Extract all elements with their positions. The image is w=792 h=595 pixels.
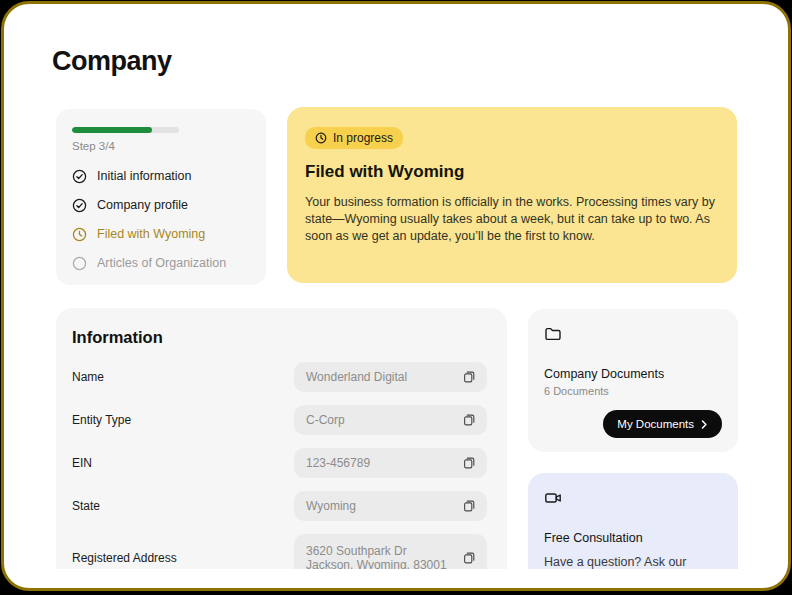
progress-bar	[72, 127, 179, 133]
info-row: Registered Address 3620 Southpark Dr Jac…	[72, 534, 487, 569]
info-field-label: EIN	[72, 456, 92, 470]
info-field-value: 123-456789	[306, 456, 370, 470]
my-documents-button[interactable]: My Documents	[603, 410, 722, 438]
step-item[interactable]: Filed with Wyoming	[72, 226, 250, 242]
progress-fill	[72, 127, 152, 133]
step-item-label: Filed with Wyoming	[97, 227, 205, 241]
copy-button[interactable]	[462, 455, 478, 471]
info-field-value-box[interactable]: Wyoming	[294, 491, 487, 521]
step-list: Initial information Company profile	[72, 168, 250, 271]
copy-button[interactable]	[462, 369, 478, 385]
info-field-value-box[interactable]: 123-456789	[294, 448, 487, 478]
page-viewport: Company Step 3/4 Initial information	[4, 4, 788, 569]
information-card: Information Name Wonderland Digital	[56, 308, 507, 569]
consultation-title: Free Consultation	[544, 531, 722, 545]
information-title: Information	[72, 328, 487, 347]
status-body: Your business formation is officially in…	[305, 194, 725, 245]
status-card: In progress Filed with Wyoming Your busi…	[287, 107, 737, 283]
copy-icon	[462, 370, 476, 384]
documents-count: 6 Documents	[544, 385, 722, 397]
step-item-label: Initial information	[97, 169, 192, 183]
check-circle-icon	[72, 169, 87, 184]
check-circle-icon	[72, 198, 87, 213]
info-field-value: 3620 Southpark Dr Jackson, Wyoming, 8300…	[306, 544, 447, 569]
step-counter: Step 3/4	[72, 140, 250, 152]
folder-icon	[544, 325, 562, 343]
copy-button[interactable]	[462, 412, 478, 428]
copy-icon	[462, 499, 476, 513]
chevron-right-icon	[701, 420, 708, 429]
documents-title: Company Documents	[544, 367, 722, 381]
step-item[interactable]: Articles of Organization	[72, 255, 250, 271]
status-badge-label: In progress	[333, 131, 393, 145]
my-documents-button-label: My Documents	[617, 418, 694, 430]
info-field-value: C-Corp	[306, 413, 345, 427]
copy-icon	[462, 551, 476, 565]
video-camera-icon	[544, 489, 562, 507]
status-badge: In progress	[305, 127, 403, 149]
info-row: Entity Type C-Corp	[72, 405, 487, 435]
info-field-label: State	[72, 499, 100, 513]
info-row: Name Wonderland Digital	[72, 362, 487, 392]
info-field-label: Entity Type	[72, 413, 131, 427]
info-field-value-box[interactable]: 3620 Southpark Dr Jackson, Wyoming, 8300…	[294, 534, 487, 569]
copy-icon	[462, 413, 476, 427]
window-frame: Company Step 3/4 Initial information	[1, 1, 791, 591]
page-title: Company	[52, 46, 172, 77]
copy-button[interactable]	[462, 550, 478, 566]
clock-icon	[72, 227, 87, 242]
info-field-label: Registered Address	[72, 551, 177, 565]
info-field-value-box[interactable]: Wonderland Digital	[294, 362, 487, 392]
step-item[interactable]: Company profile	[72, 197, 250, 213]
clock-icon	[315, 132, 327, 144]
circle-icon	[72, 256, 87, 271]
info-field-value: Wonderland Digital	[306, 370, 407, 384]
status-title: Filed with Wyoming	[305, 162, 719, 182]
step-item-label: Company profile	[97, 198, 188, 212]
step-item-label: Articles of Organization	[97, 256, 226, 270]
info-field-label: Name	[72, 370, 104, 384]
information-rows: Name Wonderland Digital Entity Type C-Co…	[72, 362, 487, 569]
info-row: State Wyoming	[72, 491, 487, 521]
stepper-card: Step 3/4 Initial information Company pro	[56, 109, 266, 285]
info-row: EIN 123-456789	[72, 448, 487, 478]
info-field-value: Wyoming	[306, 499, 356, 513]
free-consultation-card: Free Consultation Have a question? Ask o…	[528, 473, 738, 569]
info-field-value-box[interactable]: C-Corp	[294, 405, 487, 435]
copy-button[interactable]	[462, 498, 478, 514]
consultation-body: Have a question? Ask our experts about b…	[544, 553, 722, 569]
copy-icon	[462, 456, 476, 470]
step-item[interactable]: Initial information	[72, 168, 250, 184]
company-documents-card: Company Documents 6 Documents My Documen…	[528, 309, 738, 452]
